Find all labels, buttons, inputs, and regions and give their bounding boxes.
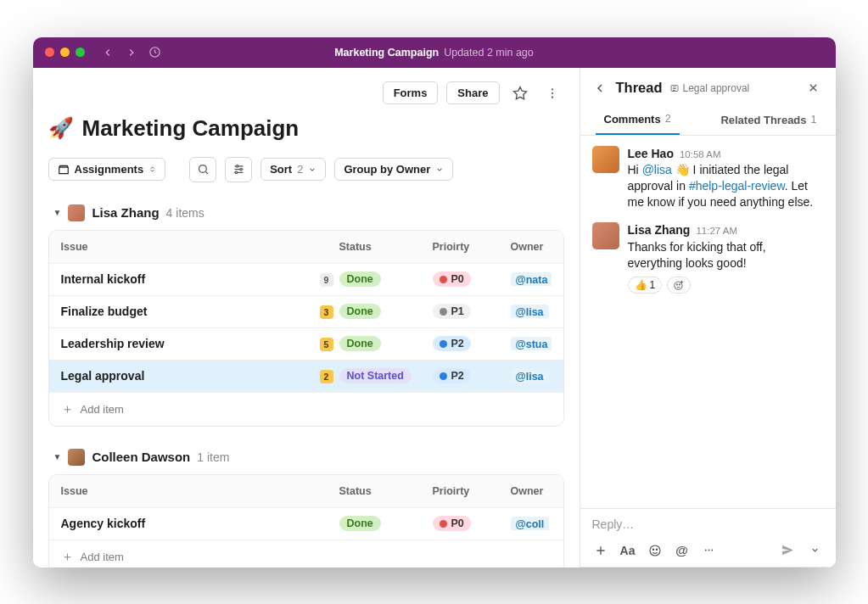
reaction-count: 1 bbox=[650, 278, 656, 292]
priority-dot-icon bbox=[440, 340, 447, 348]
send-options-button[interactable] bbox=[807, 542, 824, 559]
history-button[interactable] bbox=[146, 43, 165, 62]
col-header-status: Status bbox=[339, 241, 433, 253]
owner-tag[interactable]: @lisa bbox=[511, 305, 549, 318]
priority-dot-icon bbox=[440, 276, 447, 283]
send-button[interactable] bbox=[780, 542, 797, 559]
group-collapse-toggle[interactable]: ▼ bbox=[53, 452, 62, 461]
issue-title: Agency kickoff bbox=[61, 517, 314, 530]
minimize-window-icon[interactable] bbox=[60, 48, 70, 57]
attach-button[interactable] bbox=[592, 542, 609, 559]
priority-dot-icon bbox=[440, 308, 447, 316]
table-row[interactable]: Agency kickoff Done P0 @coll bbox=[49, 507, 563, 540]
owner-tag[interactable]: @coll bbox=[511, 517, 550, 530]
page-title: Marketing Campaign bbox=[82, 115, 300, 142]
group-by-label: Group by Owner bbox=[344, 163, 430, 176]
status-badge[interactable]: Done bbox=[339, 271, 381, 287]
add-item-button[interactable]: ＋Add item bbox=[49, 392, 563, 426]
search-button[interactable] bbox=[189, 157, 216, 182]
comment-count-badge: 9 bbox=[320, 273, 333, 287]
panel-back-button[interactable] bbox=[591, 79, 609, 98]
issue-title: Legal approval bbox=[61, 369, 314, 383]
status-badge[interactable]: Not Started bbox=[339, 368, 412, 383]
owner-avatar bbox=[68, 449, 85, 466]
sort-label: Sort bbox=[270, 163, 292, 176]
back-button[interactable] bbox=[98, 43, 117, 62]
message-text: Thanks for kicking that off, everything … bbox=[628, 239, 824, 271]
tab-related-count: 1 bbox=[811, 114, 817, 126]
mention[interactable]: #help-legal-review bbox=[689, 179, 785, 193]
group-item-count: 4 items bbox=[166, 206, 204, 220]
status-badge[interactable]: Done bbox=[339, 304, 381, 319]
titlebar-title: Marketing Campaign bbox=[334, 47, 439, 59]
mention[interactable]: @lisa bbox=[642, 163, 672, 176]
message-author: Lee Hao bbox=[628, 146, 674, 162]
more-compose-button[interactable] bbox=[701, 542, 718, 559]
svg-point-12 bbox=[650, 545, 660, 556]
group-by-dropdown[interactable]: Group by Owner bbox=[334, 158, 453, 181]
comment-count-badge: 3 bbox=[320, 305, 333, 319]
tab-related[interactable]: Related Threads 1 bbox=[712, 105, 825, 135]
priority-badge[interactable]: P2 bbox=[433, 368, 471, 383]
panel-close-button[interactable] bbox=[804, 78, 824, 98]
assignments-dropdown[interactable]: Assignments bbox=[48, 158, 166, 181]
format-button[interactable]: Aa bbox=[619, 542, 636, 559]
owner-tag[interactable]: @lisa bbox=[511, 369, 549, 383]
emoji-button[interactable] bbox=[647, 542, 664, 559]
svg-point-7 bbox=[235, 171, 238, 174]
forward-button[interactable] bbox=[122, 43, 141, 62]
tab-related-label: Related Threads bbox=[720, 114, 806, 126]
priority-badge[interactable]: P1 bbox=[433, 304, 471, 319]
reply-input[interactable] bbox=[592, 517, 824, 536]
priority-badge[interactable]: P2 bbox=[433, 336, 471, 351]
group-collapse-toggle[interactable]: ▼ bbox=[53, 208, 62, 217]
forms-button[interactable]: Forms bbox=[383, 81, 439, 104]
col-header-issue: Issue bbox=[61, 241, 314, 253]
message-avatar bbox=[592, 146, 619, 173]
table-row[interactable]: Internal kickoff 9 Done P0 @nata bbox=[49, 263, 563, 295]
list-icon bbox=[669, 83, 680, 93]
tab-comments-count: 2 bbox=[665, 113, 671, 125]
panel-subtitle: Legal approval bbox=[683, 82, 750, 94]
favorite-button[interactable] bbox=[508, 81, 532, 105]
reaction[interactable]: 👍1 bbox=[628, 277, 663, 294]
main-content: Forms Share 🚀 Marketing Campaign Assignm… bbox=[33, 68, 580, 568]
add-reaction-button[interactable] bbox=[667, 277, 691, 294]
comment-count-badge: 5 bbox=[320, 338, 333, 351]
share-button[interactable]: Share bbox=[446, 81, 499, 104]
svg-point-15 bbox=[705, 550, 707, 551]
add-item-button[interactable]: ＋Add item bbox=[49, 540, 563, 568]
priority-dot-icon bbox=[440, 520, 447, 528]
owner-tag[interactable]: @nata bbox=[511, 272, 552, 286]
table-row[interactable]: Leadership review 5 Done P2 @stua bbox=[49, 327, 563, 360]
thread-message: Lisa Zhang11:27 AMThanks for kicking tha… bbox=[592, 222, 824, 294]
panel-title: Thread bbox=[616, 80, 663, 96]
svg-point-5 bbox=[236, 165, 238, 168]
filter-settings-button[interactable] bbox=[225, 157, 252, 182]
priority-badge[interactable]: P0 bbox=[433, 516, 471, 531]
status-badge[interactable]: Done bbox=[339, 516, 381, 531]
titlebar-subtitle: Updated 2 min ago bbox=[444, 47, 534, 59]
comment-count-badge: 2 bbox=[320, 370, 333, 383]
svg-point-9 bbox=[675, 282, 682, 289]
maximize-window-icon[interactable] bbox=[76, 48, 85, 57]
more-menu-button[interactable] bbox=[540, 81, 564, 105]
svg-point-2 bbox=[551, 92, 552, 93]
table-row[interactable]: Legal approval 2 Not Started P2 @lisa bbox=[49, 360, 563, 392]
status-badge[interactable]: Done bbox=[339, 336, 381, 351]
svg-point-14 bbox=[656, 549, 657, 550]
svg-point-13 bbox=[652, 549, 653, 550]
svg-point-6 bbox=[239, 168, 242, 171]
table-row[interactable]: Finalize budget 3 Done P1 @lisa bbox=[49, 295, 563, 327]
message-time: 11:27 AM bbox=[696, 225, 737, 238]
tab-comments[interactable]: Comments 2 bbox=[596, 105, 680, 135]
col-header-owner: Owner bbox=[511, 241, 552, 253]
priority-badge[interactable]: P0 bbox=[433, 271, 471, 287]
close-window-icon[interactable] bbox=[45, 48, 54, 57]
issue-title: Internal kickoff bbox=[61, 272, 314, 286]
issue-title: Leadership review bbox=[61, 337, 314, 350]
mention-button[interactable]: @ bbox=[674, 542, 691, 559]
sort-dropdown[interactable]: Sort 2 bbox=[260, 158, 326, 181]
col-header-priority: Prioirty bbox=[433, 241, 511, 253]
owner-tag[interactable]: @stua bbox=[511, 337, 552, 350]
